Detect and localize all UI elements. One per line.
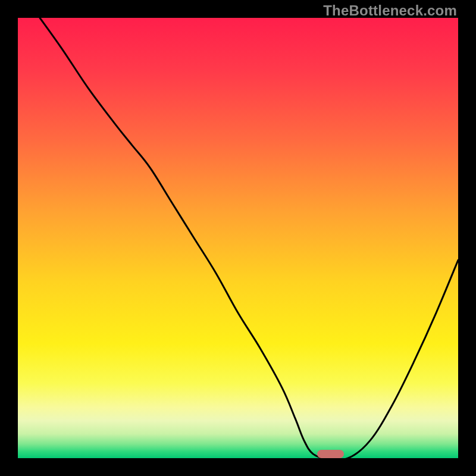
chart-frame: TheBottleneck.com xyxy=(0,0,476,476)
plot-area xyxy=(18,18,458,458)
optimum-marker xyxy=(317,450,343,458)
bottleneck-curve xyxy=(18,18,458,458)
watermark-text: TheBottleneck.com xyxy=(323,2,457,19)
